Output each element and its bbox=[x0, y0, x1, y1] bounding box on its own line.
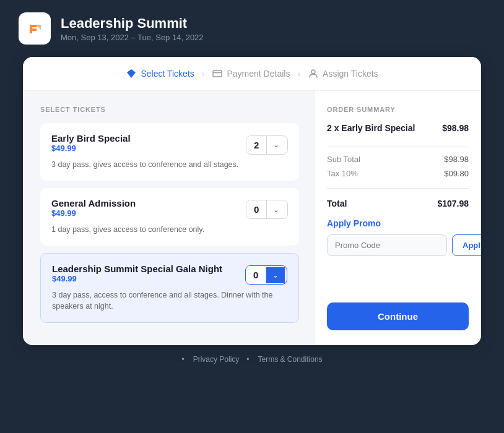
qty-selector-gala[interactable]: 0 ⌄ bbox=[245, 265, 287, 285]
qty-selector-early-bird[interactable]: 2 ⌄ bbox=[246, 135, 288, 155]
person-icon bbox=[308, 68, 319, 79]
content-area: SELECT TICKETS Early Bird Special $49.99… bbox=[23, 91, 481, 345]
step-payment-label: Payment Details bbox=[227, 69, 290, 79]
qty-value-general: 0 bbox=[246, 200, 267, 218]
order-total-row: Total $107.98 bbox=[327, 199, 469, 208]
step-payment-details[interactable]: Payment Details bbox=[212, 68, 290, 79]
steps-nav: Select Tickets › Payment Details › Assig… bbox=[23, 57, 481, 91]
event-logo bbox=[19, 12, 51, 45]
total-value: $107.98 bbox=[437, 199, 469, 208]
svg-point-3 bbox=[311, 70, 315, 74]
right-panel: ORDER SUMMARY 2 x Early Bird Special $98… bbox=[314, 91, 481, 345]
main-card: Select Tickets › Payment Details › Assig… bbox=[23, 57, 481, 345]
ticket-desc-early-bird: 3 day pass, gives access to conference a… bbox=[51, 159, 288, 171]
footer: • Privacy Policy • Terms & Conditions bbox=[0, 345, 504, 369]
ticket-header-gala: Leadership Summit Special Gala Night $49… bbox=[52, 264, 287, 287]
svg-rect-1 bbox=[213, 71, 222, 77]
ticket-name-early-bird: Early Bird Special $49.99 bbox=[51, 133, 131, 156]
step-select-tickets[interactable]: Select Tickets bbox=[126, 68, 194, 79]
left-section-label: SELECT TICKETS bbox=[40, 106, 299, 113]
page-header: Leadership Summit Mon, Sep 13, 2022 – Tu… bbox=[0, 0, 504, 57]
ticket-item-general: General Admission $49.99 0 ⌄ 1 day pass,… bbox=[40, 188, 299, 246]
terms-link[interactable]: Terms & Conditions bbox=[258, 355, 323, 364]
event-date: Mon, Sep 13, 2022 – Tue, Sep 14, 2022 bbox=[61, 33, 204, 42]
event-title: Leadership Summit bbox=[61, 15, 204, 32]
subtotal-label: Sub Total bbox=[327, 155, 360, 164]
ticket-desc-gala: 3 day pass, access to conference and all… bbox=[52, 289, 287, 313]
footer-bullet-2: • bbox=[246, 355, 249, 364]
total-label: Total bbox=[327, 199, 347, 208]
order-main-item: 2 x Early Bird Special $98.98 bbox=[327, 123, 469, 133]
promo-title: Apply Promo bbox=[327, 218, 469, 228]
qty-value-early-bird: 2 bbox=[246, 136, 267, 154]
order-tax-row: Tax 10% $09.80 bbox=[327, 169, 469, 178]
ticket-item-gala: Leadership Summit Special Gala Night $49… bbox=[40, 253, 299, 324]
order-divider bbox=[327, 147, 469, 147]
step-select-label: Select Tickets bbox=[141, 69, 194, 79]
promo-code-input[interactable] bbox=[327, 234, 447, 256]
footer-bullet-1: • bbox=[181, 355, 184, 364]
step-assign-label: Assign Tickets bbox=[323, 69, 378, 79]
order-item-name: 2 x Early Bird Special bbox=[327, 123, 415, 133]
order-item-price: $98.98 bbox=[442, 123, 469, 133]
promo-row: Apply bbox=[327, 234, 469, 256]
sep-1: › bbox=[202, 69, 205, 79]
privacy-policy-link[interactable]: Privacy Policy bbox=[193, 355, 240, 364]
qty-value-gala: 0 bbox=[246, 266, 266, 284]
subtotal-value: $98.98 bbox=[444, 155, 469, 164]
tax-value: $09.80 bbox=[444, 169, 469, 178]
continue-button[interactable]: Continue bbox=[327, 302, 469, 330]
event-info: Leadership Summit Mon, Sep 13, 2022 – Tu… bbox=[61, 15, 204, 42]
qty-arrow-gala[interactable]: ⌄ bbox=[266, 267, 285, 283]
order-divider-2 bbox=[327, 188, 469, 189]
ticket-desc-general: 1 day pass, gives access to conference o… bbox=[51, 224, 288, 236]
qty-selector-general[interactable]: 0 ⌄ bbox=[246, 200, 288, 219]
qty-arrow-general[interactable]: ⌄ bbox=[267, 202, 285, 218]
sep-2: › bbox=[297, 69, 300, 79]
left-panel: SELECT TICKETS Early Bird Special $49.99… bbox=[23, 91, 314, 345]
ticket-info-general: General Admission $49.99 bbox=[51, 198, 136, 221]
diamond-icon bbox=[126, 68, 137, 79]
apply-button[interactable]: Apply bbox=[452, 234, 481, 256]
step-assign-tickets[interactable]: Assign Tickets bbox=[308, 68, 378, 79]
ticket-header-early-bird: Early Bird Special $49.99 2 ⌄ bbox=[51, 133, 288, 156]
order-subtotal-row: Sub Total $98.98 bbox=[327, 155, 469, 164]
ticket-info-gala: Leadership Summit Special Gala Night $49… bbox=[52, 264, 222, 287]
qty-arrow-early-bird[interactable]: ⌄ bbox=[267, 137, 285, 153]
card-icon bbox=[212, 68, 223, 79]
ticket-header-general: General Admission $49.99 0 ⌄ bbox=[51, 198, 288, 221]
tax-label: Tax 10% bbox=[327, 169, 358, 178]
order-title: ORDER SUMMARY bbox=[327, 106, 469, 113]
ticket-item-early-bird: Early Bird Special $49.99 2 ⌄ 3 day pass… bbox=[40, 123, 299, 181]
